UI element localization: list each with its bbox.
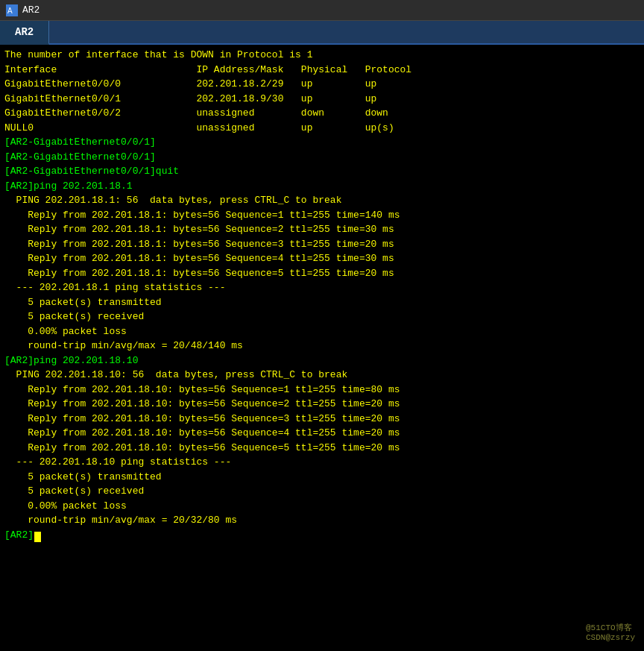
terminal-line: Interface IP Address/Mask Physical Proto… (4, 63, 640, 78)
window-title: AR2 (22, 4, 40, 16)
terminal-line: round-trip min/avg/max = 20/48/140 ms (4, 339, 640, 353)
terminal-line: [AR2] (4, 528, 640, 543)
terminal-line: [AR2]ping 202.201.18.10 (4, 353, 640, 368)
terminal-line: PING 202.201.18.1: 56 data bytes, press … (4, 193, 640, 208)
terminal-line: Reply from 202.201.18.10: bytes=56 Seque… (4, 441, 640, 456)
terminal-line: Reply from 202.201.18.10: bytes=56 Seque… (4, 426, 640, 441)
terminal-line: Reply from 202.201.18.1: bytes=56 Sequen… (4, 266, 640, 281)
terminal-line: Reply from 202.201.18.1: bytes=56 Sequen… (4, 237, 640, 252)
watermark: @51CTO博客 CSDN@zsrzy (586, 622, 635, 642)
terminal-line: 5 packet(s) received (4, 309, 640, 324)
terminal-line: [AR2-GigabitEthernet0/0/1]quit (4, 164, 640, 179)
terminal-line: NULL0 unassigned up up(s) (4, 121, 640, 136)
terminal-line: The number of interface that is DOWN in … (4, 48, 640, 63)
terminal-line: GigabitEthernet0/0/2 unassigned down dow… (4, 106, 640, 121)
terminal-line: Reply from 202.201.18.1: bytes=56 Sequen… (4, 251, 640, 266)
terminal-area[interactable]: The number of interface that is DOWN in … (0, 45, 644, 651)
title-bar: A AR2 (0, 0, 644, 21)
terminal-line: 5 packet(s) transmitted (4, 295, 640, 310)
terminal-line: round-trip min/avg/max = 20/32/80 ms (4, 513, 640, 528)
terminal-line: Reply from 202.201.18.10: bytes=56 Seque… (4, 383, 640, 397)
tab-ar2[interactable]: AR2 (0, 21, 49, 45)
terminal-line: Reply from 202.201.18.1: bytes=56 Sequen… (4, 222, 640, 237)
terminal-line: 0.00% packet loss (4, 324, 640, 339)
svg-text:A: A (7, 7, 13, 15)
window-icon: A (6, 4, 18, 16)
tab-bar: AR2 (0, 21, 644, 45)
terminal-line: [AR2-GigabitEthernet0/0/1] (4, 150, 640, 165)
window-container: A AR2 AR2 The number of interface that i… (0, 0, 644, 651)
terminal-line: 5 packet(s) received (4, 484, 640, 499)
cursor (34, 532, 41, 542)
terminal-line: [AR2]ping 202.201.18.1 (4, 179, 640, 194)
terminal-line: --- 202.201.18.1 ping statistics --- (4, 280, 640, 295)
terminal-line: 0.00% packet loss (4, 499, 640, 514)
terminal-line: PING 202.201.18.10: 56 data bytes, press… (4, 368, 640, 383)
terminal-line: --- 202.201.18.10 ping statistics --- (4, 455, 640, 470)
terminal-line: Reply from 202.201.18.10: bytes=56 Seque… (4, 412, 640, 427)
terminal-line: GigabitEthernet0/0/1 202.201.18.9/30 up … (4, 92, 640, 107)
terminal-line: Reply from 202.201.18.1: bytes=56 Sequen… (4, 208, 640, 223)
terminal-line: GigabitEthernet0/0/0 202.201.18.2/29 up … (4, 77, 640, 92)
terminal-line: Reply from 202.201.18.10: bytes=56 Seque… (4, 397, 640, 412)
terminal-line: 5 packet(s) transmitted (4, 470, 640, 485)
terminal-line: [AR2-GigabitEthernet0/0/1] (4, 135, 640, 150)
